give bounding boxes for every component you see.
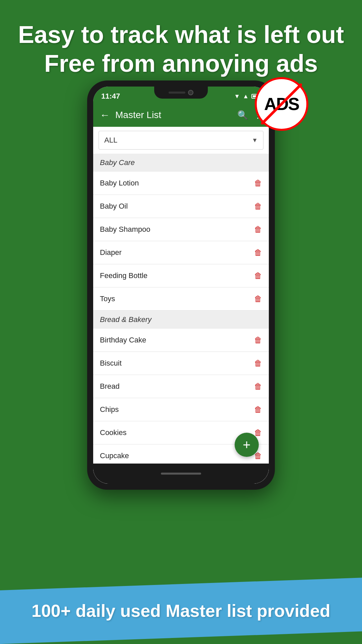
header-section: Easy to track what is left out Free from… [0,0,362,88]
headline-line1: Easy to track what is left out [18,21,344,48]
trash-icon[interactable]: 🗑 [254,202,262,211]
back-button[interactable]: ← [100,109,110,121]
item-name: Feeding Bottle [100,271,147,280]
search-button[interactable]: 🔍 [237,110,248,120]
item-name: Bread [100,382,120,391]
trash-icon[interactable]: 🗑 [254,294,262,304]
trash-icon[interactable]: 🗑 [254,359,262,368]
item-name: Diaper [100,248,122,257]
toolbar: ← Master List 🔍 ⋮ [93,103,269,127]
item-name: Baby Shampoo [100,225,150,234]
item-name: Cookies [100,428,126,437]
toolbar-title: Master List [115,110,232,120]
trash-icon[interactable]: 🗑 [254,335,262,345]
phone-outer: 11:47 ▼ ▲ ← Master List 🔍 ⋮ [87,80,275,490]
notch-speaker [169,92,185,94]
category-label-bread-bakery: Bread & Bakery [100,315,152,324]
item-name: Baby Oil [100,202,128,211]
item-name: Chips [100,405,119,414]
phone-notch [154,87,208,99]
bottom-banner: 100+ daily used Master list provided [0,578,362,644]
dropdown-container: ALL ▼ [93,127,269,154]
headline-line2: Free from annoying ads [44,50,318,77]
notch-camera [188,90,193,95]
category-dropdown[interactable]: ALL ▼ [99,131,263,150]
trash-icon[interactable]: 🗑 [254,405,262,414]
item-name: Baby Lotion [100,179,139,187]
list-item[interactable]: Toys 🗑 [93,287,269,311]
phone-screen: 11:47 ▼ ▲ ← Master List 🔍 ⋮ [93,87,269,484]
item-name: Birthday Cake [100,336,146,344]
headline: Easy to track what is left out Free from… [13,20,349,78]
ads-badge: ADS [255,77,308,131]
content-area: ALL ▼ Baby Care Baby Lotion 🗑 Ba [93,127,269,484]
category-label-baby-care: Baby Care [100,158,135,167]
item-name: Toys [100,294,115,303]
category-header-bread-bakery: Bread & Bakery [93,311,269,329]
list-item[interactable]: Baby Shampoo 🗑 [93,218,269,241]
list-item[interactable]: Feeding Bottle 🗑 [93,264,269,287]
trash-icon[interactable]: 🗑 [254,271,262,280]
bottom-banner-text: 100+ daily used Master list provided [32,601,330,621]
category-header-baby-care: Baby Care [93,154,269,172]
fab-plus-icon: + [243,438,250,451]
item-name: Biscuit [100,359,122,368]
bottom-navigation [93,464,269,484]
signal-icon: ▼ [234,93,240,100]
fab-add-button[interactable]: + [235,433,259,457]
trash-icon[interactable]: 🗑 [254,178,262,188]
list-item[interactable]: Baby Oil 🗑 [93,195,269,218]
ads-circle: ADS [255,77,308,131]
list-item[interactable]: Bread 🗑 [93,375,269,398]
dropdown-arrow-icon: ▼ [252,137,258,144]
home-indicator [161,473,201,475]
trash-icon[interactable]: 🗑 [254,248,262,257]
dropdown-selected: ALL [104,136,117,145]
trash-icon[interactable]: 🗑 [254,382,262,391]
list-item[interactable]: Diaper 🗑 [93,241,269,264]
list-item[interactable]: Baby Lotion 🗑 [93,172,269,195]
list-item[interactable]: Biscuit 🗑 [93,352,269,375]
list-item[interactable]: Birthday Cake 🗑 [93,329,269,352]
trash-icon[interactable]: 🗑 [254,225,262,234]
list-item[interactable]: Chips 🗑 [93,398,269,421]
phone-mockup: 11:47 ▼ ▲ ← Master List 🔍 ⋮ [87,80,275,510]
status-time: 11:47 [101,92,120,101]
item-name: Cupcake [100,451,129,460]
wifi-icon: ▲ [243,93,249,100]
